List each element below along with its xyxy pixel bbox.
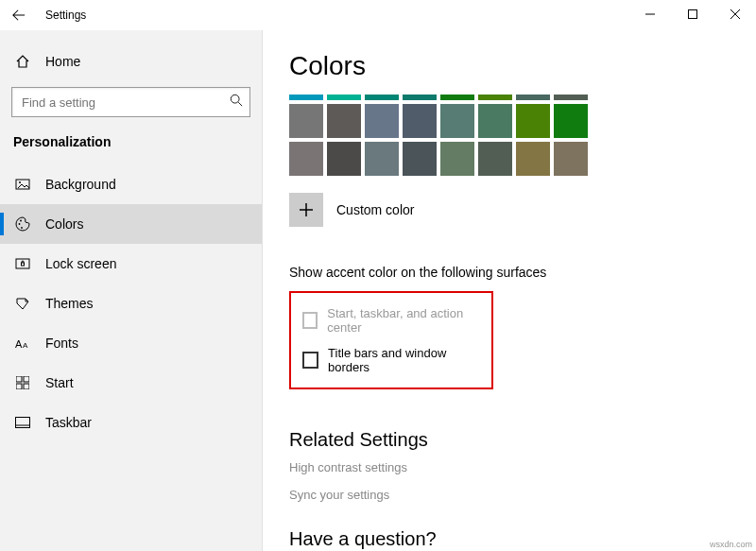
themes-icon [13, 296, 32, 311]
highlighted-checkbox-group: Start, taskbar, and action center Title … [289, 291, 493, 389]
svg-text:A: A [23, 341, 28, 350]
color-swatch[interactable] [516, 104, 550, 138]
sidebar-home-label: Home [45, 54, 80, 69]
sidebar-item-background[interactable]: Background [0, 164, 262, 204]
nav-label: Fonts [45, 336, 78, 351]
sidebar-home[interactable]: Home [0, 42, 262, 81]
nav-label: Background [45, 177, 116, 192]
plus-icon [300, 203, 313, 216]
svg-point-9 [20, 220, 22, 222]
color-swatch[interactable] [440, 95, 474, 100]
color-swatch[interactable] [327, 95, 361, 100]
sidebar-item-taskbar[interactable]: Taskbar [0, 403, 262, 442]
color-swatch[interactable] [478, 104, 512, 138]
svg-rect-1 [688, 10, 696, 19]
custom-color-label: Custom color [336, 202, 414, 217]
color-swatch[interactable] [403, 95, 437, 100]
color-swatch[interactable] [403, 104, 437, 138]
have-question-heading: Have a question? [289, 528, 756, 550]
svg-point-8 [19, 223, 21, 225]
window-title: Settings [45, 9, 86, 22]
svg-rect-16 [24, 376, 29, 382]
link-sync-settings[interactable]: Sync your settings [289, 488, 756, 502]
accent-surfaces-heading: Show accent color on the following surfa… [289, 265, 756, 280]
search-field-wrap [11, 87, 250, 117]
nav-label: Themes [45, 296, 94, 311]
lock-screen-icon [13, 256, 32, 271]
checkbox-start-taskbar: Start, taskbar, and action center [302, 301, 480, 340]
checkbox-titlebars[interactable]: Title bars and window borders [302, 340, 480, 380]
color-swatch[interactable] [403, 142, 437, 176]
color-swatches [289, 95, 756, 176]
color-swatch[interactable] [440, 142, 474, 176]
color-swatch[interactable] [554, 95, 588, 100]
svg-rect-18 [24, 384, 29, 389]
nav-label: Colors [45, 216, 83, 232]
svg-rect-19 [16, 418, 30, 428]
nav-label: Lock screen [45, 256, 116, 271]
sidebar-item-colors[interactable]: Colors [0, 204, 262, 244]
minimize-icon [645, 9, 655, 19]
arrow-left-icon [12, 9, 26, 22]
custom-color-row: Custom color [289, 193, 756, 227]
related-settings-heading: Related Settings [289, 429, 756, 451]
color-swatch[interactable] [327, 104, 361, 138]
search-input[interactable] [11, 87, 250, 117]
svg-point-7 [19, 181, 21, 183]
watermark: wsxdn.com [710, 540, 752, 549]
svg-rect-15 [16, 376, 22, 382]
search-icon [230, 94, 243, 111]
svg-text:A: A [15, 338, 23, 350]
palette-icon [13, 216, 32, 232]
nav-label: Start [45, 375, 74, 390]
maximize-icon [688, 9, 697, 19]
color-swatch[interactable] [554, 104, 588, 138]
custom-color-button[interactable] [289, 193, 323, 227]
checkbox-icon[interactable] [302, 352, 318, 369]
svg-rect-12 [22, 263, 25, 266]
color-swatch[interactable] [365, 104, 399, 138]
link-high-contrast[interactable]: High contrast settings [289, 460, 756, 474]
color-swatch[interactable] [327, 142, 361, 176]
checkbox-label: Start, taskbar, and action center [327, 306, 480, 335]
color-swatch[interactable] [365, 95, 399, 100]
minimize-button[interactable] [628, 0, 671, 28]
color-swatch[interactable] [289, 104, 323, 138]
color-swatch[interactable] [516, 142, 550, 176]
page-title: Colors [289, 51, 756, 81]
color-swatch[interactable] [478, 95, 512, 100]
close-icon [730, 9, 740, 19]
back-button[interactable] [0, 0, 38, 30]
color-swatch[interactable] [516, 95, 550, 100]
sidebar-item-start[interactable]: Start [0, 363, 262, 403]
sidebar-item-themes[interactable]: Themes [0, 284, 262, 323]
checkbox-icon [302, 312, 318, 329]
svg-point-4 [231, 95, 239, 103]
window-controls [628, 0, 756, 28]
sidebar-item-fonts[interactable]: AA Fonts [0, 323, 262, 363]
checkbox-label: Title bars and window borders [328, 346, 480, 374]
nav-label: Taskbar [45, 415, 92, 430]
sidebar-category: Personalization [0, 129, 262, 164]
start-icon [13, 376, 32, 389]
sidebar: Home Personalization Background Colors L… [0, 30, 263, 551]
taskbar-icon [13, 417, 32, 428]
color-swatch[interactable] [289, 95, 323, 100]
svg-line-5 [238, 102, 242, 106]
picture-icon [13, 177, 32, 192]
color-swatch[interactable] [440, 104, 474, 138]
color-swatch[interactable] [289, 142, 323, 176]
titlebar: Settings [0, 0, 756, 30]
content-pane: Colors Custom color Show accent color on… [263, 30, 756, 551]
close-button[interactable] [713, 0, 756, 28]
svg-rect-17 [16, 384, 22, 389]
sidebar-item-lockscreen[interactable]: Lock screen [0, 244, 262, 284]
color-swatch[interactable] [365, 142, 399, 176]
maximize-button[interactable] [671, 0, 713, 28]
color-swatch[interactable] [478, 142, 512, 176]
color-swatch[interactable] [554, 142, 588, 176]
home-icon [13, 54, 32, 69]
svg-point-10 [21, 227, 23, 229]
fonts-icon: AA [13, 336, 32, 350]
